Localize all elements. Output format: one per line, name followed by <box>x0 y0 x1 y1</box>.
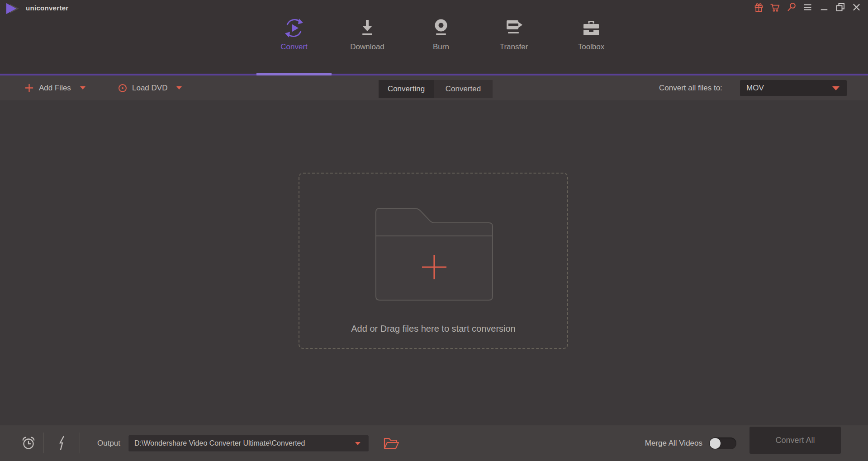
format-caret-icon <box>832 86 840 90</box>
load-dvd-caret-icon[interactable] <box>176 86 182 89</box>
app-logo-icon <box>6 3 22 14</box>
convert-all-files-to-label: Convert all files to: <box>659 75 722 100</box>
close-icon[interactable] <box>851 2 862 13</box>
tab-transfer-label: Transfer <box>487 42 541 52</box>
merge-toggle[interactable] <box>709 437 736 449</box>
file-dropzone[interactable]: Add or Drag files here to start conversi… <box>299 173 568 349</box>
gift-icon[interactable] <box>754 2 764 13</box>
tab-burn-label: Burn <box>414 42 468 52</box>
schedule-clock-icon[interactable] <box>21 435 36 451</box>
app-title: uniconverter <box>26 4 68 12</box>
add-files-label: Add Files <box>39 84 71 93</box>
transfer-icon <box>503 17 525 39</box>
tab-transfer[interactable]: Transfer <box>487 17 541 61</box>
load-dvd-button[interactable]: Load DVD <box>118 75 182 100</box>
tab-toolbox[interactable]: Toolbox <box>564 17 618 61</box>
titlebar-controls <box>754 2 862 13</box>
tab-converted[interactable]: Converted <box>434 80 493 98</box>
load-dvd-label: Load DVD <box>132 84 167 93</box>
output-format-value: MOV <box>746 84 828 93</box>
add-files-caret-icon[interactable] <box>80 86 85 89</box>
high-speed-bolt-icon[interactable] <box>55 435 69 451</box>
tab-download[interactable]: Download <box>340 17 394 61</box>
divider <box>43 433 44 453</box>
disc-icon <box>118 83 128 93</box>
folder-icon <box>375 208 493 301</box>
merge-all-videos-label: Merge All Videos <box>630 425 702 461</box>
output-path-caret-icon[interactable] <box>355 442 360 445</box>
app-window: uniconverter <box>0 0 868 461</box>
tab-convert[interactable]: Convert <box>267 17 321 61</box>
restore-icon[interactable] <box>835 2 845 13</box>
dropzone-caption: Add or Drag files here to start conversi… <box>299 324 567 334</box>
tab-download-label: Download <box>340 42 394 52</box>
output-label: Output <box>97 425 120 461</box>
toolbar: Add Files Load DVD Converting Converted … <box>0 75 868 100</box>
output-path-value: D:\Wondershare Video Converter Ultimate\… <box>134 439 351 447</box>
convert-icon <box>283 17 305 39</box>
open-folder-icon[interactable] <box>383 436 400 451</box>
bottom-bar: Output D:\Wondershare Video Converter Ul… <box>0 425 868 461</box>
burn-icon <box>430 17 452 39</box>
divider <box>80 433 80 453</box>
toolbox-icon <box>580 17 602 39</box>
tab-burn[interactable]: Burn <box>414 17 468 61</box>
tab-toolbox-label: Toolbox <box>564 42 618 52</box>
convert-all-button[interactable]: Convert All <box>749 427 841 454</box>
add-files-button[interactable]: Add Files <box>24 75 85 100</box>
output-format-select[interactable]: MOV <box>740 80 847 96</box>
search-icon[interactable] <box>786 2 797 13</box>
main-area: Add or Drag files here to start conversi… <box>0 100 868 425</box>
tab-converting[interactable]: Converting <box>379 80 434 98</box>
output-path-field[interactable]: D:\Wondershare Video Converter Ultimate\… <box>128 435 369 452</box>
menu-icon[interactable] <box>802 2 813 13</box>
toggle-knob <box>710 438 721 449</box>
minimize-icon[interactable] <box>819 2 829 13</box>
queue-tabs: Converting Converted <box>379 80 493 98</box>
tab-convert-label: Convert <box>267 42 321 52</box>
plus-icon <box>24 83 34 93</box>
download-icon <box>356 17 378 39</box>
cart-icon[interactable] <box>770 2 780 13</box>
titlebar: uniconverter <box>0 0 868 75</box>
